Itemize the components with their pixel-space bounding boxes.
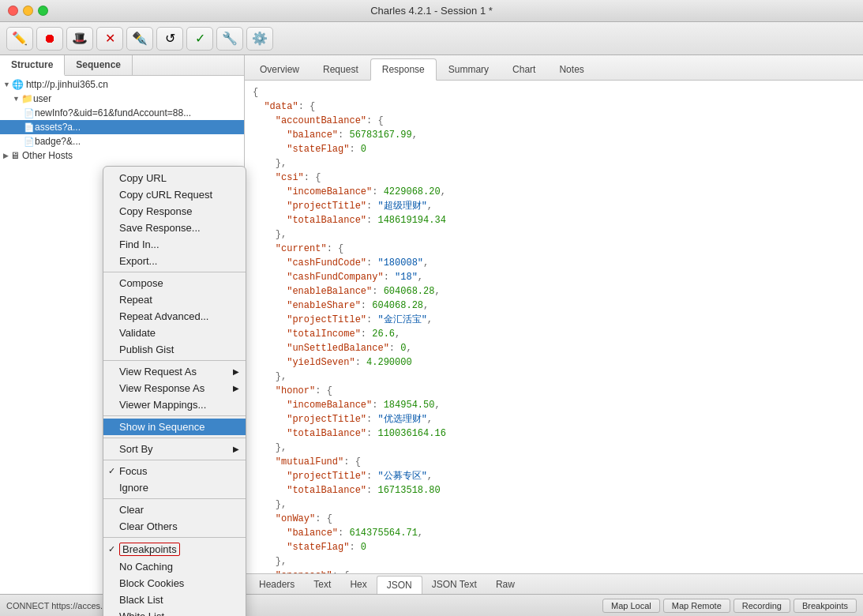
json-line: "balance": 56783167.99,	[253, 128, 855, 142]
menu-find-in[interactable]: Find In...	[103, 236, 246, 253]
separator-7	[103, 537, 246, 538]
menu-copy-response[interactable]: Copy Response	[103, 203, 246, 220]
main-layout: Structure Sequence ▼ 🌐 http://p.jinhui36…	[0, 55, 863, 594]
menu-repeat-advanced[interactable]: Repeat Advanced...	[103, 308, 246, 325]
json-line: "honor": {	[253, 384, 855, 398]
refresh-button[interactable]: ↺	[156, 27, 183, 51]
breakpoints-button[interactable]: Breakpoints	[794, 599, 857, 613]
file-icon: 📄	[24, 137, 35, 147]
sidebar-tab-sequence[interactable]: Sequence	[65, 55, 133, 75]
maximize-button[interactable]	[38, 6, 48, 16]
tree-item-label: assets?a...	[35, 122, 81, 133]
menu-copy-url[interactable]: Copy URL	[103, 170, 246, 186]
json-line: "data": {	[253, 100, 855, 114]
tree-item-user[interactable]: ▼ 📁 user	[0, 92, 244, 106]
collapse-arrow: ▼	[13, 95, 20, 103]
settings-button[interactable]: ⚙️	[246, 27, 273, 51]
json-line: "incomeBalance": 184954.50,	[253, 398, 855, 412]
json-line: "yieldSeven": 4.290000	[253, 355, 855, 370]
json-line: "projectTitle": "超级理财",	[253, 199, 855, 213]
tab-json-text[interactable]: JSON Text	[422, 576, 486, 594]
menu-black-list[interactable]: Black List	[103, 592, 246, 608]
json-line: "projectTitle": "优选理财",	[253, 412, 855, 426]
tab-summary[interactable]: Summary	[437, 58, 501, 80]
collapse-arrow: ▼	[3, 81, 10, 88]
menu-clear[interactable]: Clear	[103, 501, 246, 518]
context-menu: Copy URL Copy cURL Request Copy Response…	[103, 166, 246, 616]
menu-focus[interactable]: ✓ Focus	[103, 463, 246, 479]
json-line: "unSettledBalance": 0,	[253, 341, 855, 355]
menu-view-request-as[interactable]: View Request As ▶	[103, 363, 246, 380]
tree-item-root[interactable]: ▼ 🌐 http://p.jinhui365.cn	[0, 77, 244, 92]
submenu-arrow: ▶	[233, 384, 239, 393]
json-line: "balance": 614375564.71,	[253, 526, 855, 540]
network-icon: 🖥	[10, 150, 20, 161]
record-button[interactable]: ⏺	[36, 27, 63, 51]
menu-ignore[interactable]: Ignore	[103, 479, 246, 496]
folder-icon: 📁	[21, 93, 33, 104]
recording-button[interactable]: Recording	[734, 599, 790, 613]
json-line: "totalBalance": 16713518.80	[253, 483, 855, 498]
tree-item-label: newInfo?&uid=61&fundAccount=88...	[35, 107, 191, 118]
feather-button[interactable]: ✒️	[126, 27, 153, 51]
tree-item-assets[interactable]: 📄 assets?a...	[0, 120, 244, 134]
separator-6	[103, 498, 246, 499]
tools-button[interactable]: 🔧	[216, 27, 243, 51]
json-line: "accountBalance": {	[253, 114, 855, 128]
json-line: },	[253, 554, 855, 569]
minimize-button[interactable]	[23, 6, 33, 16]
close-button[interactable]	[8, 6, 18, 16]
menu-clear-others[interactable]: Clear Others	[103, 518, 246, 535]
toolbar: ✏️ ⏺ 🎩 ✕ ✒️ ↺ ✓ 🔧 ⚙️	[0, 22, 863, 55]
validate-button[interactable]: ✓	[186, 27, 213, 51]
menu-publish-gist[interactable]: Publish Gist	[103, 341, 246, 358]
tree-item-badge[interactable]: 📄 badge?&...	[0, 134, 244, 148]
hat-button[interactable]: 🎩	[66, 27, 93, 51]
statusbar-buttons: Map Local Map Remote Recording Breakpoin…	[602, 599, 857, 613]
json-line: {	[253, 85, 855, 100]
menu-white-list[interactable]: White List	[103, 608, 246, 616]
menu-sort-by[interactable]: Sort By ▶	[103, 441, 246, 457]
separator-1	[103, 272, 246, 272]
pencil-button[interactable]: ✏️	[6, 27, 33, 51]
json-line: "cashFundCode": "180008",	[253, 256, 855, 270]
menu-repeat[interactable]: Repeat	[103, 291, 246, 308]
json-line: "stateFlag": 0	[253, 142, 855, 156]
map-remote-button[interactable]: Map Remote	[663, 599, 730, 613]
separator-2	[103, 360, 246, 361]
json-line: },	[253, 156, 855, 171]
expand-arrow: ▶	[3, 152, 9, 160]
sidebar: Structure Sequence ▼ 🌐 http://p.jinhui36…	[0, 55, 245, 594]
tab-hex[interactable]: Hex	[340, 576, 376, 594]
tab-request[interactable]: Request	[311, 58, 370, 80]
tab-overview[interactable]: Overview	[248, 58, 311, 80]
file-icon: 📄	[24, 122, 35, 133]
globe-icon: 🌐	[12, 79, 24, 90]
json-line: "totalIncome": 26.6,	[253, 327, 855, 341]
json-line: "onWay": {	[253, 512, 855, 526]
menu-view-response-as[interactable]: View Response As ▶	[103, 380, 246, 396]
menu-breakpoints[interactable]: ✓ Breakpoints	[103, 540, 246, 558]
tab-response[interactable]: Response	[370, 58, 437, 81]
map-local-button[interactable]: Map Local	[602, 599, 660, 613]
sidebar-tab-structure[interactable]: Structure	[0, 55, 65, 76]
tab-headers[interactable]: Headers	[250, 576, 304, 594]
tab-notes[interactable]: Notes	[547, 58, 595, 80]
menu-viewer-mappings[interactable]: Viewer Mappings...	[103, 396, 246, 413]
tab-chart[interactable]: Chart	[501, 58, 547, 80]
tree-item-other-hosts[interactable]: ▶ 🖥 Other Hosts	[0, 148, 244, 163]
menu-save-response[interactable]: Save Response...	[103, 220, 246, 236]
menu-no-caching[interactable]: No Caching	[103, 558, 246, 575]
menu-show-in-sequence[interactable]: Show in Sequence	[103, 419, 246, 435]
menu-export[interactable]: Export...	[103, 253, 246, 269]
stop-button[interactable]: ✕	[96, 27, 123, 51]
tab-raw[interactable]: Raw	[486, 576, 524, 594]
menu-validate[interactable]: Validate	[103, 325, 246, 341]
menu-copy-curl[interactable]: Copy cURL Request	[103, 186, 246, 203]
menu-block-cookies[interactable]: Block Cookies	[103, 575, 246, 592]
tree-item-label: Other Hosts	[22, 150, 73, 161]
tree-item-newinfo[interactable]: 📄 newInfo?&uid=61&fundAccount=88...	[0, 106, 244, 120]
tab-json[interactable]: JSON	[377, 576, 422, 594]
tab-text[interactable]: Text	[304, 576, 340, 594]
menu-compose[interactable]: Compose	[103, 275, 246, 291]
